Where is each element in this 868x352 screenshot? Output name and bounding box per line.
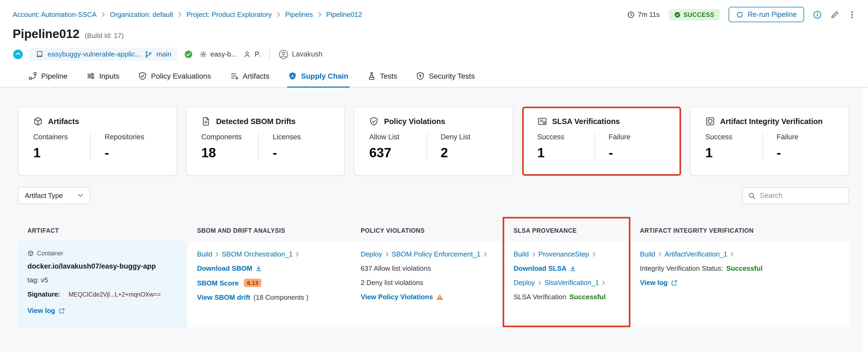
step-link[interactable]: SlsaVerification_1 xyxy=(544,279,599,287)
stage-link[interactable]: Build xyxy=(197,250,212,258)
service-item[interactable]: easy-b... xyxy=(199,50,237,58)
scrollbar-gutter[interactable] xyxy=(863,88,868,352)
breadcrumb-account[interactable]: Account: Automation-SSCA xyxy=(13,10,97,19)
artifact-type-dropdown[interactable]: Artifact Type xyxy=(18,187,90,204)
chevron-right-icon xyxy=(484,252,487,257)
build-id: (Build Id: 17) xyxy=(85,32,124,40)
tab-supply-chain[interactable]: Supply Chain xyxy=(287,69,349,87)
branch-link[interactable]: main xyxy=(157,50,171,58)
tab-inputs[interactable]: Inputs xyxy=(86,69,120,87)
tab-pipeline[interactable]: Pipeline xyxy=(27,69,69,87)
integrity-shield-icon xyxy=(705,117,715,126)
gear-icon xyxy=(199,51,207,58)
column-integrity: ARTIFACT INTEGRITY VERIFICATION Build Ar… xyxy=(630,217,849,327)
sbom-score-line: SBOM Score 6.13 xyxy=(197,279,342,287)
service-name: easy-b... xyxy=(210,50,237,58)
container-cube-icon xyxy=(27,250,34,256)
column-header-integrity: ARTIFACT INTEGRITY VERIFICATION xyxy=(630,217,849,241)
card-title: Artifact Integrity Verification xyxy=(705,117,834,126)
cube-icon xyxy=(33,117,43,126)
user-gear-icon xyxy=(244,51,251,58)
deployment-success-icon xyxy=(184,50,192,58)
breadcrumb-pipelines[interactable]: Pipelines xyxy=(285,10,313,19)
card-artifact-integrity: Artifact Integrity Verification Success … xyxy=(690,106,849,176)
rerun-pipeline-button[interactable]: Re-run Pipeline xyxy=(728,7,804,22)
divider xyxy=(269,48,270,60)
trigger-type-icon xyxy=(13,49,23,59)
environment-item[interactable]: P. xyxy=(244,50,260,58)
avatar-icon xyxy=(279,49,288,59)
tab-tests[interactable]: Tests xyxy=(366,69,398,87)
step-link[interactable]: ProvenanceStep xyxy=(538,250,589,258)
chevron-right-icon xyxy=(215,252,219,257)
check-circle-icon xyxy=(674,11,680,18)
tab-policy-evaluations[interactable]: Policy Evaluations xyxy=(137,69,212,87)
stage-link[interactable]: Deploy xyxy=(361,250,382,258)
refresh-icon xyxy=(736,11,743,18)
step-link[interactable]: ArtifactVerification_1 xyxy=(665,250,727,258)
step-link[interactable]: SBOM Policy Enforcement_1 xyxy=(392,250,480,258)
slsa-certificate-icon xyxy=(537,117,547,126)
card-stats: Success 1 Failure - xyxy=(537,133,665,160)
stat-integrity-failure: Failure - xyxy=(763,133,834,160)
repo-link[interactable]: easybuggy-vulnerable-applic... xyxy=(48,50,141,58)
download-slsa-link[interactable]: Download SLSA xyxy=(514,264,566,272)
external-link-icon[interactable] xyxy=(58,308,65,314)
breadcrumb-pipeline012[interactable]: Pipeline012 xyxy=(326,10,362,19)
download-icon[interactable] xyxy=(255,265,262,271)
card-slsa-verifications: SLSA Verifications Success 1 Failure - xyxy=(522,106,681,176)
view-log-link[interactable]: View log xyxy=(27,307,55,315)
sbom-step-breadcrumb: Build SBOM Orchestration_1 xyxy=(197,250,342,258)
execution-duration: 7m 11s xyxy=(627,10,660,19)
stat-licenses: Licenses - xyxy=(258,133,330,160)
execution-meta: easybuggy-vulnerable-applic... main easy… xyxy=(0,41,868,61)
artifacts-table: ARTIFACT Container docker.io/lavakush07/… xyxy=(18,217,849,327)
slsa-build-breadcrumb: Build ProvenanceStep xyxy=(514,250,619,258)
tab-security-tests[interactable]: Security Tests xyxy=(415,69,476,87)
artifact-name: docker.io/lavakush07/easy-buggy-app xyxy=(27,262,178,270)
view-policy-violations-link[interactable]: View Policy Violations xyxy=(361,293,433,301)
slsa-verification-status: Successful xyxy=(569,293,606,301)
sbom-score-badge: 6.13 xyxy=(244,279,261,287)
summary-cards: Artifacts Containers 1 Repositories - xyxy=(18,106,849,176)
external-link-icon[interactable] xyxy=(671,280,677,286)
view-log-line: View log xyxy=(640,279,839,287)
info-icon xyxy=(813,10,822,19)
sbom-drift-line: View SBOM drift (18 Components ) xyxy=(197,293,342,301)
integrity-status-line: Integrity Verification Status: Successfu… xyxy=(640,264,839,272)
download-slsa-line: Download SLSA xyxy=(514,264,619,272)
sbom-score-link[interactable]: SBOM Score xyxy=(197,279,239,287)
stat-slsa-success: Success 1 xyxy=(537,133,594,160)
info-button[interactable] xyxy=(813,10,822,19)
chevron-right-icon xyxy=(101,11,105,18)
stage-link[interactable]: Build xyxy=(640,250,655,258)
breadcrumb-organization[interactable]: Organization: default xyxy=(110,10,173,19)
chevron-right-icon xyxy=(592,252,595,257)
column-header-slsa: SLSA PROVENANCE xyxy=(504,219,629,241)
tab-artifacts[interactable]: Artifacts xyxy=(229,69,270,87)
search-input[interactable] xyxy=(760,192,843,199)
view-sbom-drift-link[interactable]: View SBOM drift xyxy=(197,293,250,301)
stage-link[interactable]: Build xyxy=(514,250,529,258)
page-header: Pipeline012 (Build Id: 17) xyxy=(0,22,868,41)
view-log-link[interactable]: View log xyxy=(640,279,668,287)
chevron-right-icon xyxy=(277,11,280,18)
kebab-menu-icon xyxy=(848,10,857,19)
breadcrumb-project[interactable]: Project: Product Exploratory xyxy=(186,10,272,19)
stat-containers: Containers 1 xyxy=(33,133,90,160)
more-options-button[interactable] xyxy=(848,10,857,19)
edit-pipeline-button[interactable] xyxy=(831,10,839,19)
stat-components: Components 18 xyxy=(201,133,258,160)
download-icon[interactable] xyxy=(570,265,576,271)
stage-link[interactable]: Deploy xyxy=(514,279,535,287)
repository-icon xyxy=(36,51,43,58)
step-link[interactable]: SBOM Orchestration_1 xyxy=(222,250,293,258)
chevron-right-icon xyxy=(538,280,541,285)
download-sbom-link[interactable]: Download SBOM xyxy=(197,264,252,272)
topbar-actions: 7m 11s SUCCESS Re-run Pipeline xyxy=(627,7,857,22)
cell-integrity: Build ArtifactVerification_1 Integrity V… xyxy=(630,241,849,327)
stat-repositories: Repositories - xyxy=(90,133,161,160)
inputs-icon xyxy=(87,72,95,80)
breadcrumb: Account: Automation-SSCA Organization: d… xyxy=(13,10,362,19)
card-stats: Containers 1 Repositories - xyxy=(33,133,161,160)
